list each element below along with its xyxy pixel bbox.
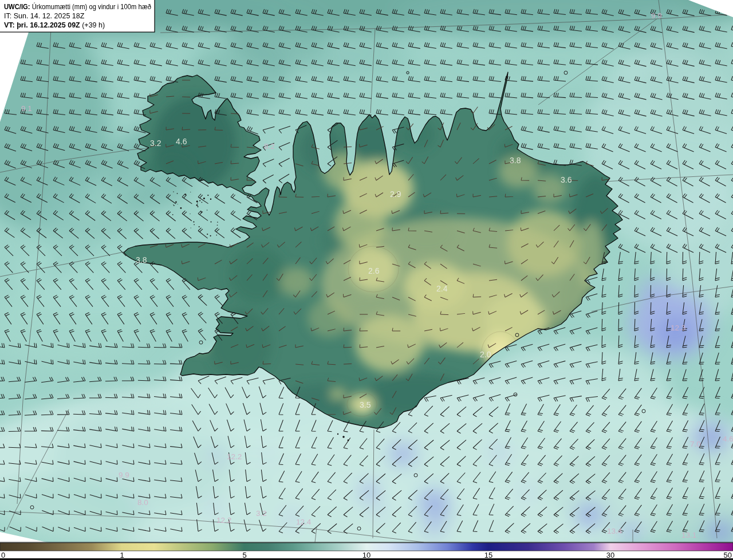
svg-text:3.5: 3.5 [360,400,371,409]
svg-text:UWC/IG: Úrkomumætti (mm) og vi: UWC/IG: Úrkomumætti (mm) og vindur i 100… [4,2,151,11]
svg-text:13.4: 13.4 [607,527,622,535]
svg-text:7.0: 7.0 [690,440,701,448]
svg-text:4.6: 4.6 [176,137,187,146]
svg-text:3.8: 3.8 [136,255,147,265]
svg-text:12.3: 12.3 [671,324,685,332]
svg-text:2.4: 2.4 [436,284,448,293]
svg-text:4.6: 4.6 [723,435,733,443]
svg-text:8.2: 8.2 [264,142,275,151]
svg-text:8.0: 8.0 [137,498,148,507]
svg-text:10: 10 [362,551,371,559]
svg-text:1: 1 [120,551,124,559]
svg-text:3.6: 3.6 [561,175,572,184]
svg-text:12.2: 12.2 [227,452,242,461]
svg-text:2.9: 2.9 [390,190,401,199]
svg-text:9.1: 9.1 [21,104,32,113]
svg-text:12.4: 12.4 [296,518,312,526]
svg-text:3.2: 3.2 [256,509,267,518]
svg-text:3.8: 3.8 [510,156,521,165]
svg-text:9.9: 9.9 [119,471,129,479]
svg-text:13.1: 13.1 [681,531,696,539]
svg-text:9.9: 9.9 [651,11,662,20]
svg-text:5: 5 [242,551,246,559]
svg-text:2.6: 2.6 [368,266,380,275]
svg-text:30: 30 [606,551,614,559]
svg-text:2.0: 2.0 [480,350,491,359]
svg-text:IT: Sun. 14. 12. 2025 18Z: IT: Sun. 14. 12. 2025 18Z [4,12,85,20]
svg-text:3.2: 3.2 [150,139,161,148]
svg-text:12.2: 12.2 [216,516,231,524]
svg-text:50: 50 [724,551,732,559]
svg-text:15: 15 [484,551,492,559]
svg-text:0: 0 [1,551,5,559]
svg-text:VT: þri. 16.12.2025 09Z (+39 h: VT: þri. 16.12.2025 09Z (+39 h) [4,21,105,29]
